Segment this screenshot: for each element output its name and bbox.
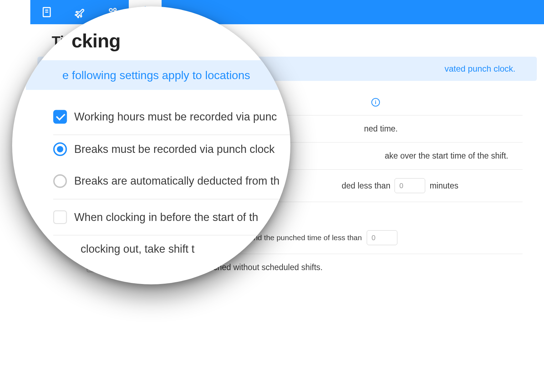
option-label: Working hours must be recorded via punc [74, 110, 277, 123]
svg-point-4 [114, 8, 116, 11]
info-icon[interactable]: i [371, 98, 380, 107]
option-label: When clocking in before the start of th [74, 211, 258, 223]
breaks-recorded-radio[interactable] [53, 142, 67, 156]
minutes-suffix: minutes [429, 181, 458, 191]
lens-option-working-hours: Working hours must be recorded via punc [53, 99, 290, 135]
svg-point-3 [110, 9, 113, 11]
doc-tab[interactable] [30, 0, 63, 24]
magnifier-lens: cking e following settings apply to loca… [12, 6, 290, 284]
info-banner-trailing: vated punch clock. [444, 64, 515, 74]
doc-icon [41, 6, 53, 18]
lens-option-breaks-recorded: Breaks must be recorded via punch clock [53, 135, 290, 163]
working-hours-checkbox[interactable] [53, 110, 67, 124]
option-label: Breaks must be recorded via punch clock [74, 143, 275, 156]
lens-option-breaks-deducted: Breaks are automatically deducted from t… [53, 163, 290, 199]
airplane-icon [73, 6, 86, 18]
option-label-trailing: ned time. [364, 124, 398, 134]
option-label-trailing: ake over the start time of the shift. [385, 151, 508, 161]
lens-option-clock-in-before: When clocking in before the start of th [53, 199, 290, 235]
minutes-input[interactable] [395, 178, 425, 193]
option-label: clocking out, take shift t [81, 243, 194, 256]
breaks-deducted-radio[interactable] [53, 174, 67, 188]
clock-in-before-checkbox[interactable] [53, 210, 67, 224]
lens-info-banner: e following settings apply to locations [26, 60, 290, 90]
option-label-trailing: ded less than [342, 181, 391, 191]
difference-minutes-input[interactable] [367, 230, 397, 245]
option-label: Breaks are automatically deducted from t… [74, 175, 279, 187]
